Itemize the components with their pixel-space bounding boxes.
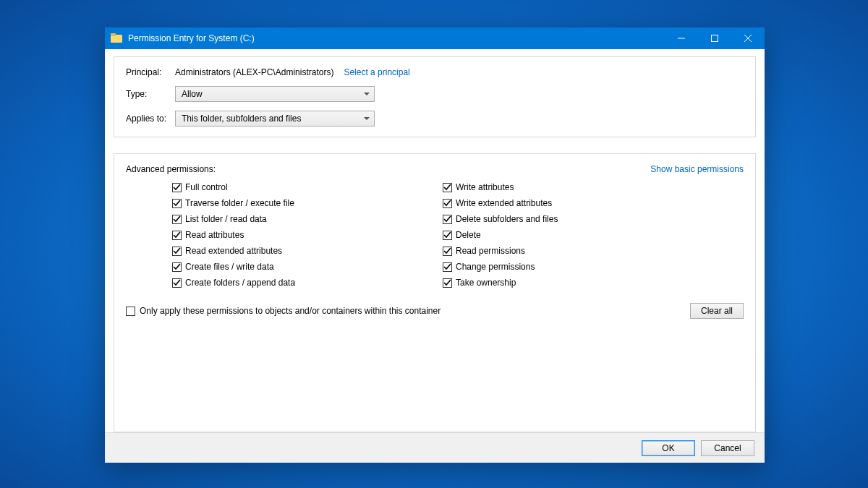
type-row: Type: Allow [126,86,744,102]
permission-checkbox[interactable] [172,247,182,256]
type-label: Type: [126,89,175,99]
permission-label: List folder / read data [185,213,267,225]
type-dropdown[interactable]: Allow [175,86,375,102]
principal-panel: Principal: Administrators (ALEX-PC\Admin… [114,56,756,137]
permission-checkbox[interactable] [443,199,452,208]
permission-label: Full control [185,181,228,193]
svg-rect-0 [712,35,718,42]
permission-checkbox[interactable] [443,183,452,192]
permission-checkbox[interactable] [443,231,452,240]
permission-label: Read permissions [456,245,525,257]
permission-row: Delete [443,229,713,241]
permission-checkbox[interactable] [172,262,182,272]
permission-label: Write extended attributes [456,197,552,209]
dialog-content: Principal: Administrators (ALEX-PC\Admin… [105,49,765,432]
permission-row: Read attributes [172,229,443,241]
chevron-down-icon [364,93,370,95]
permission-label: Delete [456,229,481,241]
minimize-button[interactable] [665,27,698,49]
permission-row: Full control [172,181,443,193]
permission-label: Take ownership [456,277,516,288]
permission-checkbox[interactable] [443,278,452,288]
permission-checkbox[interactable] [172,215,182,224]
select-principal-link[interactable]: Select a principal [344,67,409,77]
chevron-down-icon [364,117,370,120]
permission-checkbox[interactable] [443,247,452,256]
window-title: Permission Entry for System (C:) [128,33,255,43]
permission-row: Change permissions [443,261,713,273]
permissions-column-right: Write attributesWrite extended attribute… [443,181,713,288]
type-selected: Allow [182,89,359,99]
permission-row: Read extended attributes [172,245,443,257]
only-apply-checkbox[interactable] [126,307,135,316]
principal-value: Administrators (ALEX-PC\Administrators) [175,67,333,77]
permission-row: Create files / write data [172,261,443,273]
permission-row: Write attributes [443,181,713,193]
permissions-columns: Full controlTraverse folder / execute fi… [126,181,744,288]
principal-row: Principal: Administrators (ALEX-PC\Admin… [126,67,744,77]
permission-label: Write attributes [456,181,514,193]
permission-checkbox[interactable] [172,183,182,192]
dialog-footer: OK Cancel [105,432,765,463]
permission-label: Read attributes [185,229,244,241]
permissions-panel: Advanced permissions: Show basic permiss… [114,153,756,432]
permission-label: Read extended attributes [185,245,282,257]
permission-checkbox[interactable] [172,231,182,240]
close-button[interactable] [731,27,765,49]
permission-row: Delete subfolders and files [443,213,713,225]
permission-row: Create folders / append data [172,277,443,288]
applies-to-row: Applies to: This folder, subfolders and … [126,111,744,127]
folder-icon [111,33,122,44]
maximize-button[interactable] [698,27,731,49]
permission-label: Traverse folder / execute file [185,197,294,209]
permissions-header: Advanced permissions: Show basic permiss… [126,164,744,174]
permission-label: Create files / write data [185,261,274,273]
permission-checkbox[interactable] [443,215,452,224]
permission-entry-window: Permission Entry for System (C:) Princip… [105,27,765,463]
permission-row: Take ownership [443,277,713,288]
permission-row: Read permissions [443,245,713,257]
permission-checkbox[interactable] [172,199,182,208]
advanced-permissions-label: Advanced permissions: [126,164,216,174]
permission-checkbox[interactable] [443,262,452,272]
permission-checkbox[interactable] [172,278,182,288]
cancel-button[interactable]: Cancel [701,440,754,456]
principal-label: Principal: [126,67,175,77]
clear-all-button[interactable]: Clear all [690,303,744,319]
show-basic-permissions-link[interactable]: Show basic permissions [650,164,744,174]
permission-label: Delete subfolders and files [456,213,558,225]
permissions-column-left: Full controlTraverse folder / execute fi… [172,181,443,288]
permission-row: Write extended attributes [443,197,713,209]
permission-label: Change permissions [456,261,535,273]
applies-to-selected: This folder, subfolders and files [182,114,359,124]
applies-to-label: Applies to: [126,114,175,124]
titlebar[interactable]: Permission Entry for System (C:) [105,27,765,49]
only-apply-row: Only apply these permissions to objects … [126,303,744,319]
only-apply-label: Only apply these permissions to objects … [140,306,441,316]
applies-to-dropdown[interactable]: This folder, subfolders and files [175,111,375,127]
permission-row: List folder / read data [172,213,443,225]
permission-row: Traverse folder / execute file [172,197,443,209]
ok-button[interactable]: OK [642,440,695,456]
permission-label: Create folders / append data [185,277,295,288]
